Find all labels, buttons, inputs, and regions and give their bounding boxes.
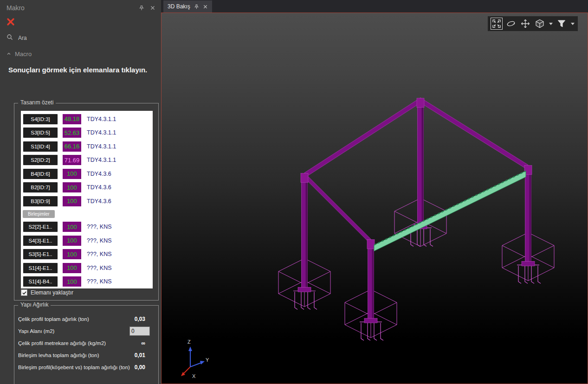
orbit-button[interactable] xyxy=(505,18,517,30)
weight-row: Birleşim profil(köşebent vs) toplam ağır… xyxy=(14,361,158,373)
code-ref: TDY4.3.1.1 xyxy=(87,143,116,150)
code-ref: TDY4.3.1.1 xyxy=(87,157,116,163)
connection-id-button[interactable]: S3[5]-E1.. xyxy=(23,249,58,260)
design-row[interactable]: B2[ID:7] 100 TDY4.3.6 xyxy=(21,181,153,195)
base-plates xyxy=(298,224,535,323)
element-id-button[interactable]: B4[ID:6] xyxy=(23,168,58,179)
connection-row[interactable]: S4[3]-E1.. 100 ???, KNS xyxy=(21,234,153,248)
axis-z-label: Z xyxy=(187,339,191,345)
code-ref: ???, KNS xyxy=(87,224,112,230)
connection-row[interactable]: S3[5]-E1.. 100 ???, KNS xyxy=(21,248,153,262)
design-row[interactable]: B3[ID:9] 100 TDY4.3.6 xyxy=(21,194,153,208)
weight-label: Yapı Alanı (m2) xyxy=(18,328,54,334)
pin-icon[interactable] xyxy=(139,5,144,11)
design-row[interactable]: S4[ID:3] 48.18 TDY4.3.1.1 xyxy=(21,112,153,126)
search-input[interactable] xyxy=(17,34,112,42)
weight-value: 0,03 xyxy=(135,316,145,322)
weight-value: ∞ xyxy=(141,340,145,346)
axis-y-label: Y xyxy=(206,357,209,363)
design-summary-title: Tasarım özeti xyxy=(18,99,56,106)
weight-label: Çelik profil metrekare ağırlığı (kg/m2) xyxy=(18,340,106,346)
macro-panel: Makro Macro Sonuçla xyxy=(0,0,161,384)
weight-label: Birleşim levha toplam ağırlığı (ton) xyxy=(18,352,99,358)
axis-triad: Z Y X xyxy=(178,337,234,382)
filter-dropdown[interactable] xyxy=(570,18,575,30)
zoom-element-checkbox[interactable] xyxy=(21,289,27,296)
structure-3d-model[interactable] xyxy=(162,13,588,384)
viewport-3d[interactable]: Z Y X xyxy=(161,13,588,384)
ratio-value: 100 xyxy=(63,222,81,232)
ratio-value: 100 xyxy=(63,249,81,259)
pan-button[interactable] xyxy=(519,18,531,30)
code-ref: TDY4.3.1.1 xyxy=(87,129,116,136)
ratio-value: 100 xyxy=(63,236,81,246)
ratio-value: 100 xyxy=(63,169,81,179)
element-id-button[interactable]: B3[ID:9] xyxy=(23,196,58,207)
weight-row: Çelik profil toplam ağırlık (ton) 0,03 xyxy=(14,313,158,325)
filter-button[interactable] xyxy=(556,18,568,30)
view-cube-dropdown[interactable] xyxy=(548,18,553,30)
macro-section-label: Macro xyxy=(15,51,32,58)
tab-title: 3D Bakış xyxy=(168,3,190,10)
code-ref: TDY4.3.6 xyxy=(87,184,111,191)
zoom-element-checkbox-row[interactable]: Elemanı yaklaştır xyxy=(21,289,73,296)
ratio-value: 52.63 xyxy=(63,128,81,138)
panel-title: Makro xyxy=(6,4,25,12)
element-id-button[interactable]: B2[ID:7] xyxy=(23,182,58,193)
ratio-value: 100 xyxy=(63,196,81,206)
design-row[interactable]: S1[ID:4] 66.16 TDY4.3.1.1 xyxy=(21,140,153,154)
search-icon xyxy=(6,34,13,42)
element-id-button[interactable]: S4[ID:3] xyxy=(23,114,58,125)
macro-close-button[interactable] xyxy=(6,17,16,27)
connection-row[interactable]: S1[4]-E1.. 100 ???, KNS xyxy=(21,261,153,275)
design-row[interactable]: B4[ID:6] 100 TDY4.3.6 xyxy=(21,167,153,181)
element-id-button[interactable]: S1[ID:4] xyxy=(23,141,58,152)
connection-row[interactable]: S1[4]-B4.. 100 ???, KNS xyxy=(21,275,153,289)
code-ref: ???, KNS xyxy=(87,278,112,285)
zoom-extents-button[interactable] xyxy=(491,18,503,30)
weight-value: 0,00 xyxy=(135,364,145,371)
weight-row: Birleşim levha toplam ağırlığı (ton) 0,0… xyxy=(14,349,158,361)
code-ref: ???, KNS xyxy=(87,237,112,244)
macro-section-header[interactable]: Macro xyxy=(6,51,161,58)
ratio-value: 66.16 xyxy=(63,141,81,152)
columns[interactable] xyxy=(302,106,531,321)
design-row[interactable]: S3[ID:5] 52.63 TDY4.3.1.1 xyxy=(21,126,153,140)
panel-header: Makro xyxy=(0,0,161,12)
weight-label: Birleşim profil(köşebent vs) toplam ağır… xyxy=(18,365,130,370)
weight-row: Çelik profil metrekare ağırlığı (kg/m2) … xyxy=(14,337,158,349)
code-ref: TDY4.3.6 xyxy=(87,171,111,177)
design-summary-list[interactable]: S4[ID:3] 48.18 TDY4.3.1.1 S3[ID:5] 52.63… xyxy=(21,111,153,288)
search-box[interactable] xyxy=(6,34,161,42)
connection-row[interactable]: S2[2]-E1.. 100 ???, KNS xyxy=(21,220,153,234)
ratio-value: 100 xyxy=(63,276,81,287)
ratio-value: 71.69 xyxy=(63,155,81,165)
weight-rows: Çelik profil toplam ağırlık (ton) 0,03 Y… xyxy=(14,306,158,373)
tab-3d-view[interactable]: 3D Bakış xyxy=(163,0,212,13)
selected-beam[interactable] xyxy=(374,171,526,251)
element-id-button[interactable]: S2[ID:2] xyxy=(23,154,58,166)
connections-separator-row: Birleşimler xyxy=(21,209,153,219)
chevron-down-icon xyxy=(549,23,553,25)
tab-close-icon[interactable] xyxy=(203,4,208,9)
code-ref: ???, KNS xyxy=(87,251,112,257)
weight-group: Yapı Ağırlık Çelik profil toplam ağırlık… xyxy=(14,305,159,384)
weight-group-title: Yapı Ağırlık xyxy=(18,301,51,308)
view-cube-button[interactable] xyxy=(534,18,546,30)
tab-pin-icon[interactable] xyxy=(194,4,199,9)
panel-controls xyxy=(139,5,155,11)
design-row[interactable]: S2[ID:2] 71.69 TDY4.3.1.1 xyxy=(21,154,153,167)
close-icon[interactable] xyxy=(150,5,155,11)
connections-separator: Birleşimler xyxy=(23,210,55,218)
connection-id-button[interactable]: S1[4]-B4.. xyxy=(23,276,58,287)
foundation-wireframes[interactable] xyxy=(278,198,554,338)
ratio-value: 48.18 xyxy=(63,114,81,124)
ratio-value: 100 xyxy=(63,263,81,273)
main-area: 3D Bakış xyxy=(161,0,588,384)
building-area-input[interactable] xyxy=(129,326,150,336)
connection-id-button[interactable]: S2[2]-E1.. xyxy=(23,221,58,232)
connection-id-button[interactable]: S4[3]-E1.. xyxy=(23,235,58,246)
element-id-button[interactable]: S3[ID:5] xyxy=(23,127,58,138)
connection-id-button[interactable]: S1[4]-E1.. xyxy=(23,262,58,274)
code-ref: TDY4.3.1.1 xyxy=(87,116,116,122)
